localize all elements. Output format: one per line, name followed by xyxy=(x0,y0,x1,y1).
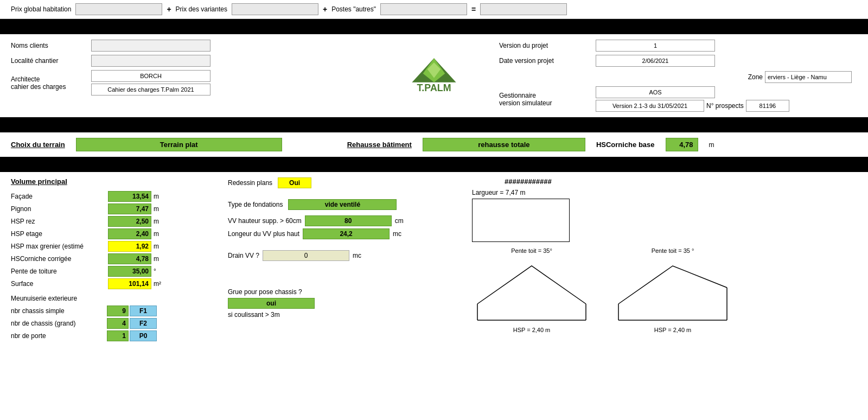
grue-oui-button[interactable]: oui xyxy=(228,298,315,309)
fondations-vide-button[interactable]: vide ventilé xyxy=(288,199,397,210)
gestionnaire-input[interactable] xyxy=(596,86,715,98)
vv-hauteur-label: VV hauteur supp. > 60cm xyxy=(228,217,302,225)
cahier-input[interactable] xyxy=(91,84,210,96)
hscorniche-corrigee-label: HSCorniche corrigée xyxy=(11,255,106,263)
hsp-left-label: HSP = 2,40 m xyxy=(513,327,551,333)
diagram-area: Pente toit = 35° HSP = 2,40 m Pente toit… xyxy=(472,247,857,333)
pente-toit-right-label: Pente toit = 35 ° xyxy=(652,247,694,254)
price-header-row: Prix global habitation + Prix des varian… xyxy=(0,0,868,19)
architecte-input[interactable] xyxy=(91,70,210,82)
version-projet-input[interactable] xyxy=(596,40,715,52)
grue-oui-row: oui xyxy=(228,298,461,309)
rehausse-totale-button[interactable]: rehausse totale xyxy=(423,138,585,151)
prix-variantes-input[interactable] xyxy=(232,3,318,15)
hsp-rez-input[interactable] xyxy=(108,216,151,227)
hsp-etage-input[interactable] xyxy=(108,228,151,239)
left-column: Volume principal Façade m Pignon m HSP r… xyxy=(11,177,217,343)
hsp-right-label: HSP = 2,40 m xyxy=(654,327,692,333)
grue-label: Grue pour pose chassis ? xyxy=(228,288,302,296)
operator-2: + xyxy=(323,5,327,14)
localite-input[interactable] xyxy=(91,55,210,67)
vv-hauteur-input[interactable] xyxy=(305,215,392,226)
vv-longeur-input[interactable] xyxy=(303,228,390,239)
surface-label: Surface xyxy=(11,280,106,288)
hscorniche-value: 4,78 xyxy=(666,138,698,151)
facade-unit: m xyxy=(154,193,159,200)
noms-clients-input[interactable] xyxy=(91,40,210,52)
zone-row: Zone xyxy=(499,71,857,83)
chassis-simple-tag[interactable] xyxy=(130,306,157,316)
chassis-simple-input[interactable] xyxy=(107,306,129,316)
logo-area: T.PALM xyxy=(380,40,488,112)
right-column: ############ Largueur = 7,47 m Pente toi… xyxy=(472,177,857,343)
hscorniche-corrigee-unit: m xyxy=(154,255,159,263)
postes-autres-input[interactable] xyxy=(380,3,467,15)
surface-row: Surface m² xyxy=(11,278,217,289)
hsp-etage-unit: m xyxy=(154,230,159,238)
house-diagram-left: Pente toit = 35° HSP = 2,40 m xyxy=(472,247,591,333)
pignon-row: Pignon m xyxy=(11,203,217,214)
prix-global-label: Prix global habitation xyxy=(11,5,71,13)
hash-display: ############ xyxy=(505,177,857,186)
drain-input[interactable] xyxy=(263,250,349,261)
hsp-etage-label: HSP etage xyxy=(11,230,106,238)
porte-input[interactable] xyxy=(107,330,129,341)
zone-input[interactable] xyxy=(765,71,852,83)
info-left: Noms clients Localité chantier Architect… xyxy=(11,40,369,112)
porte-row: nbr de porte xyxy=(11,330,217,341)
porte-tag[interactable] xyxy=(130,330,157,341)
surface-input[interactable] xyxy=(108,278,151,289)
pignon-label: Pignon xyxy=(11,205,106,213)
chassis-grand-row: nbr de chassis (grand) xyxy=(11,318,217,329)
coulissant-label: si coulissant > 3m xyxy=(228,311,280,319)
equals-sign: = xyxy=(471,5,476,14)
chassis-grand-tag[interactable] xyxy=(130,318,157,329)
choix-terrain-label: Choix du terrain xyxy=(11,141,65,149)
porte-label: nbr de porte xyxy=(11,332,106,340)
main-content: Volume principal Façade m Pignon m HSP r… xyxy=(0,172,868,348)
postes-autres-label: Postes "autres" xyxy=(331,5,376,13)
black-bar-1 xyxy=(0,19,868,34)
svg-text:T.PALM: T.PALM xyxy=(417,82,451,93)
gestionnaire-label: Gestionnaire version simulateur xyxy=(499,92,591,107)
chassis-grand-input[interactable] xyxy=(107,318,129,329)
pente-toit-left-label: Pente toit = 35° xyxy=(511,247,552,254)
info-section: Noms clients Localité chantier Architect… xyxy=(0,34,868,117)
facade-label: Façade xyxy=(11,193,106,200)
fondations-row: Type de fondations vide ventilé xyxy=(228,199,461,210)
date-version-input[interactable] xyxy=(596,55,715,67)
drain-label: Drain VV ? xyxy=(228,252,259,259)
version-projet-row: Version du projet xyxy=(499,40,857,52)
volume-principal-title: Volume principal xyxy=(11,177,217,186)
localite-label: Localité chantier xyxy=(11,57,87,65)
grue-label-row: Grue pour pose chassis ? xyxy=(228,288,461,296)
pignon-input[interactable] xyxy=(108,203,151,214)
gestionnaire-group: Gestionnaire version simulateur N° prosp… xyxy=(499,86,857,112)
diagram-rectangle xyxy=(472,199,570,242)
redessin-oui-button[interactable]: Oui xyxy=(278,177,311,188)
terrain-plat-button[interactable]: Terrain plat xyxy=(76,138,282,151)
largueur-label: Largueur = 7,47 m xyxy=(472,189,570,196)
gestionnaire-row: Gestionnaire version simulateur N° prosp… xyxy=(499,86,857,112)
coulissant-row: si coulissant > 3m xyxy=(228,311,461,319)
hsp-grenier-label: HSP max grenier (estimé xyxy=(11,243,106,250)
prospects-label: N° prospects xyxy=(706,102,744,110)
vv-longeur-row: Longeur du VV plus haut mc xyxy=(228,228,461,239)
prix-global-input[interactable] xyxy=(75,3,162,15)
noms-clients-label: Noms clients xyxy=(11,42,87,49)
date-version-label: Date version projet xyxy=(499,57,591,65)
prix-total-input[interactable] xyxy=(480,3,567,15)
drain-row: Drain VV ? mc xyxy=(228,250,461,261)
localite-row: Localité chantier xyxy=(11,55,369,67)
version-sim-input[interactable] xyxy=(596,100,704,112)
pente-toiture-row: Pente de toiture ° xyxy=(11,266,217,277)
rehausse-batiment-label: Rehausse bâtiment xyxy=(347,141,412,149)
terrain-section: Choix du terrain Terrain plat Rehausse b… xyxy=(0,132,868,157)
hscorniche-corrigee-input[interactable] xyxy=(108,253,151,264)
facade-input[interactable] xyxy=(108,191,151,202)
surface-unit: m² xyxy=(154,280,161,288)
chassis-simple-row: nbr chassis simple xyxy=(11,306,217,316)
prospects-input[interactable] xyxy=(746,100,789,112)
hsp-grenier-input[interactable] xyxy=(108,241,151,252)
pente-toiture-input[interactable] xyxy=(108,266,151,277)
